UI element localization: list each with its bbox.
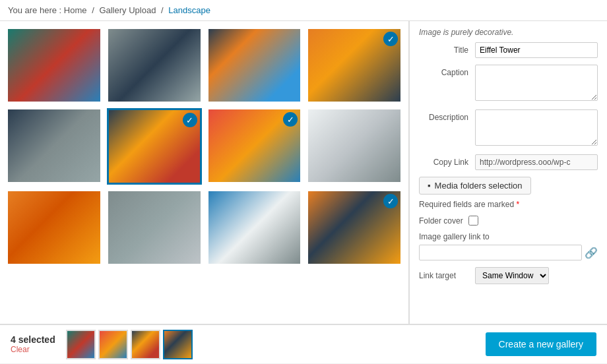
gallery-item-11[interactable]: [207, 190, 302, 265]
folder-cover-row: Folder cover: [419, 216, 598, 226]
link-target-select[interactable]: Same Window New Window None: [475, 267, 549, 284]
gallery-link-label: Image gallery link to: [419, 232, 598, 241]
gallery-link-row: 🔗: [419, 245, 598, 260]
gallery-item-8[interactable]: [307, 108, 402, 185]
bottom-bar: 4 selected Clear Create a new gallery: [0, 324, 607, 363]
caption-input[interactable]: [475, 65, 598, 101]
gallery-grid: ✓ ✓ ✓: [7, 28, 402, 265]
required-note: Required fields are marked *: [419, 200, 598, 209]
gallery-item-7[interactable]: ✓: [207, 108, 302, 185]
breadcrumb-you-are-here: You are here :: [8, 5, 61, 15]
title-label: Title: [419, 42, 475, 55]
gallery-item-9[interactable]: [7, 190, 102, 265]
decorative-note: Image is purely decorative.: [419, 28, 598, 37]
gallery-item-10[interactable]: [107, 190, 202, 265]
gallery-image-10: [108, 191, 201, 264]
gallery-item-4[interactable]: ✓: [307, 28, 402, 103]
selected-info: 4 selected Clear: [11, 334, 55, 354]
breadcrumb: You are here : Home / Gallery Upload / L…: [0, 0, 607, 21]
copy-link-row: Copy Link: [419, 154, 598, 170]
description-input-wrapper: [475, 109, 598, 148]
selected-thumb-4[interactable]: [163, 330, 193, 359]
description-row: Description: [419, 109, 598, 148]
title-input-wrapper: [475, 42, 598, 58]
media-folders-label: Media folders selection: [435, 181, 523, 191]
folder-cover-checkbox[interactable]: [468, 216, 478, 226]
selected-count: 4 selected: [11, 334, 55, 345]
check-badge-6: ✓: [183, 113, 197, 127]
main-layout: ✓ ✓ ✓: [0, 21, 607, 324]
gallery-image-9: [8, 191, 100, 264]
caption-input-wrapper: [475, 65, 598, 103]
check-badge-12: ✓: [383, 194, 398, 208]
gallery-image-2: [108, 29, 201, 102]
gallery-image-8: [308, 109, 400, 182]
copy-link-input[interactable]: [475, 154, 598, 170]
create-gallery-button[interactable]: Create a new gallery: [486, 332, 596, 356]
clear-link[interactable]: Clear: [11, 345, 55, 354]
selected-thumb-1[interactable]: [66, 330, 96, 359]
copy-link-label: Copy Link: [419, 154, 475, 167]
breadcrumb-sep2: /: [92, 5, 94, 15]
gallery-item-3[interactable]: [207, 28, 302, 103]
gallery-image-3: [208, 29, 301, 102]
gallery-panel: ✓ ✓ ✓: [0, 21, 409, 324]
check-badge-4: ✓: [383, 32, 398, 46]
gallery-item-5[interactable]: [7, 108, 102, 185]
sidebar-panel: Image is purely decorative. Title Captio…: [409, 21, 607, 324]
gallery-link-input[interactable]: [419, 245, 582, 260]
gallery-image-1: [8, 29, 100, 102]
caption-row: Caption: [419, 65, 598, 103]
caption-label: Caption: [419, 65, 475, 77]
folder-icon: ▪: [428, 181, 431, 191]
gallery-item-2[interactable]: [107, 28, 202, 103]
breadcrumb-current[interactable]: Landscape: [168, 5, 210, 15]
selected-thumbs: [66, 330, 193, 359]
gallery-item-1[interactable]: [7, 28, 102, 103]
link-target-label: Link target: [419, 271, 468, 280]
link-icon[interactable]: 🔗: [585, 247, 598, 259]
copy-link-input-wrapper: [475, 154, 598, 170]
description-input[interactable]: [475, 109, 598, 146]
breadcrumb-sep3: /: [161, 5, 164, 15]
selected-thumb-3[interactable]: [131, 330, 160, 359]
link-target-row: Link target Same Window New Window None: [419, 267, 598, 284]
title-row: Title: [419, 42, 598, 58]
description-label: Description: [419, 109, 475, 122]
title-input[interactable]: [475, 42, 598, 58]
breadcrumb-home[interactable]: Home: [64, 5, 87, 15]
required-asterisk: *: [516, 200, 519, 209]
gallery-image-5: [8, 109, 100, 182]
gallery-item-6[interactable]: ✓: [107, 108, 202, 185]
folder-cover-label: Folder cover: [419, 216, 463, 226]
selected-thumb-2[interactable]: [98, 330, 128, 359]
gallery-item-12[interactable]: ✓: [307, 190, 402, 265]
breadcrumb-gallery-upload[interactable]: Gallery Upload: [99, 5, 156, 15]
gallery-image-11: [208, 191, 301, 264]
media-folders-button[interactable]: ▪ Media folders selection: [419, 177, 531, 195]
